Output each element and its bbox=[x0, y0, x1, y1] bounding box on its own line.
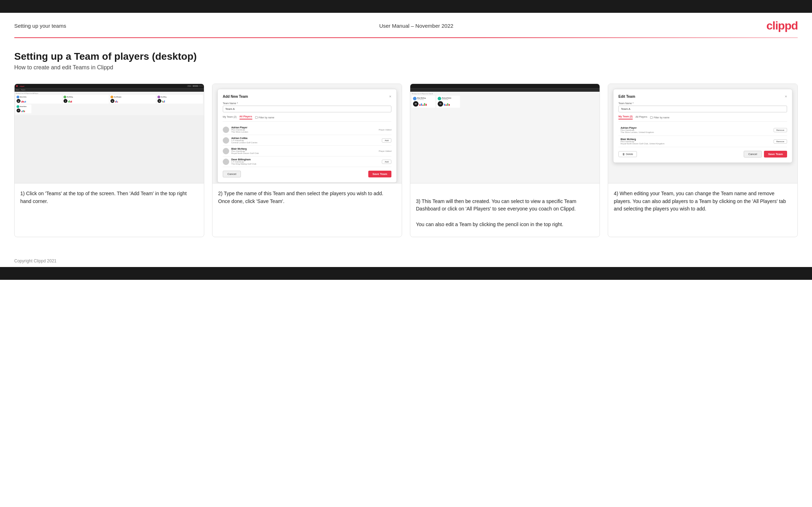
team-name-input[interactable]: Team A bbox=[223, 106, 391, 112]
header-manual-title: User Manual – November 2022 bbox=[379, 23, 453, 29]
team-name-label: Team Name * bbox=[223, 102, 391, 105]
header: Setting up your teams User Manual – Nove… bbox=[0, 13, 812, 37]
edit-modal-tabs: My Team (2) All Players Filter by name bbox=[618, 115, 787, 122]
add-cancel-button[interactable]: Cancel bbox=[223, 171, 241, 177]
add-modal-title: Add New Team bbox=[223, 95, 248, 98]
remove-player-2-button[interactable]: Remove bbox=[774, 139, 787, 144]
avatar-3 bbox=[223, 148, 229, 154]
screenshot-4: Edit Team × Team Name * Team A My Team (… bbox=[608, 84, 797, 183]
screenshot-2: Add New Team × Team Name * Team A My Tea… bbox=[212, 84, 402, 183]
page-subtitle: How to create and edit Teams in Clippd bbox=[14, 64, 798, 71]
screenshot-1: clippd Home My Portfolio Teams Reports bbox=[15, 84, 204, 183]
edit-all-players-tab[interactable]: All Players bbox=[636, 116, 647, 119]
edit-cancel-button[interactable]: Cancel bbox=[744, 151, 762, 158]
player-row-1: Adrian Player Plus HandicapThe Shire Lon… bbox=[223, 124, 391, 135]
avatar-1 bbox=[223, 127, 229, 133]
card-2-text: 2) Type the name of this Team and then s… bbox=[212, 183, 402, 237]
player-info-3: Blair McHarg Plus HandicapRoyal North De… bbox=[231, 148, 376, 154]
footer: Copyright Clippd 2021 bbox=[0, 255, 812, 267]
player-row-3: Blair McHarg Plus HandicapRoyal North De… bbox=[223, 146, 391, 156]
card-3: Showing 2 out of 2 Players from Team A B… bbox=[410, 84, 600, 237]
bottom-bar bbox=[0, 267, 812, 280]
header-section-title: Setting up your teams bbox=[14, 23, 66, 29]
edit-player-info-2: Blair McHarg Plus HandicapRoyal North De… bbox=[621, 138, 771, 145]
trash-icon: 🗑 bbox=[622, 153, 625, 155]
add-team-modal: Add New Team × Team Name * Team A My Tea… bbox=[217, 89, 397, 183]
avatar-2 bbox=[223, 137, 229, 144]
card-1: clippd Home My Portfolio Teams Reports bbox=[14, 84, 204, 237]
screenshot-3: Showing 2 out of 2 Players from Team A B… bbox=[410, 84, 600, 183]
header-logo: clippd bbox=[766, 19, 798, 32]
edit-modal-footer: 🗑 Delete Cancel Save Team bbox=[618, 151, 787, 158]
card-1-text: 1) Click on 'Teams' at the top of the sc… bbox=[15, 183, 204, 237]
player-info-1: Adrian Player Plus HandicapThe Shire Lon… bbox=[231, 126, 376, 133]
delete-team-button[interactable]: 🗑 Delete bbox=[618, 151, 637, 157]
all-players-tab[interactable]: All Players bbox=[239, 115, 252, 119]
remove-player-1-button[interactable]: Remove bbox=[774, 128, 787, 132]
edit-my-team-tab[interactable]: My Team (2) bbox=[618, 115, 633, 119]
edit-team-modal: Edit Team × Team Name * Team A My Team (… bbox=[613, 89, 792, 163]
add-modal-footer: Cancel Save Team bbox=[223, 171, 391, 177]
add-modal-close[interactable]: × bbox=[389, 94, 391, 98]
edit-save-button[interactable]: Save Team bbox=[764, 151, 787, 158]
add-modal-tabs: My Team (2) All Players Filter by name bbox=[223, 115, 391, 122]
copyright: Copyright Clippd 2021 bbox=[14, 258, 57, 263]
add-save-button[interactable]: Save Team bbox=[368, 171, 391, 177]
avatar-4 bbox=[223, 159, 229, 165]
edit-modal-close[interactable]: × bbox=[785, 94, 787, 98]
player-row-2: Adrian Coliba 1-5 HandicapCentral London… bbox=[223, 135, 391, 146]
player-info-2: Adrian Coliba 1-5 HandicapCentral London… bbox=[231, 137, 380, 144]
card-4: Edit Team × Team Name * Team A My Team (… bbox=[608, 84, 798, 237]
edit-player-row-2: Blair McHarg Plus HandicapRoyal North De… bbox=[618, 136, 787, 147]
card-2: Add New Team × Team Name * Team A My Tea… bbox=[212, 84, 402, 237]
cards-row: clippd Home My Portfolio Teams Reports bbox=[14, 84, 798, 237]
players-list: Adrian Player Plus HandicapThe Shire Lon… bbox=[223, 124, 391, 167]
edit-filter-tab[interactable]: Filter by name bbox=[650, 116, 669, 119]
filter-by-name-tab[interactable]: Filter by name bbox=[255, 116, 274, 119]
edit-players-list: Adrian Player Plus HandicapThe Shire Lon… bbox=[618, 124, 787, 147]
player-row-4: Dave Billingham 1-5 HandicapThe Ding Mal… bbox=[223, 156, 391, 167]
edit-modal-title: Edit Team bbox=[618, 95, 635, 98]
edit-team-name-label: Team Name * bbox=[618, 102, 787, 105]
edit-team-name-input[interactable]: Team A bbox=[618, 106, 787, 112]
player-1-status: Player Added bbox=[379, 129, 391, 131]
add-player-4-button[interactable]: Add bbox=[382, 160, 391, 164]
card-4-text: 4) When editing your Team, you can chang… bbox=[608, 183, 797, 237]
player-info-4: Dave Billingham 1-5 HandicapThe Ding Mal… bbox=[231, 158, 380, 165]
player-3-status: Player Added bbox=[379, 150, 391, 152]
add-player-2-button[interactable]: Add bbox=[382, 138, 391, 143]
card-3-text: 3) This Team will then be created. You c… bbox=[410, 183, 600, 237]
edit-player-row-1: Adrian Player Plus HandicapThe Shire Lon… bbox=[618, 124, 787, 136]
my-team-tab[interactable]: My Team (2) bbox=[223, 116, 237, 119]
edit-player-info-1: Adrian Player Plus HandicapThe Shire Lon… bbox=[621, 127, 771, 133]
main-content: Setting up a Team of players (desktop) H… bbox=[0, 38, 812, 255]
page-title: Setting up a Team of players (desktop) bbox=[14, 51, 798, 62]
top-bar bbox=[0, 0, 812, 13]
